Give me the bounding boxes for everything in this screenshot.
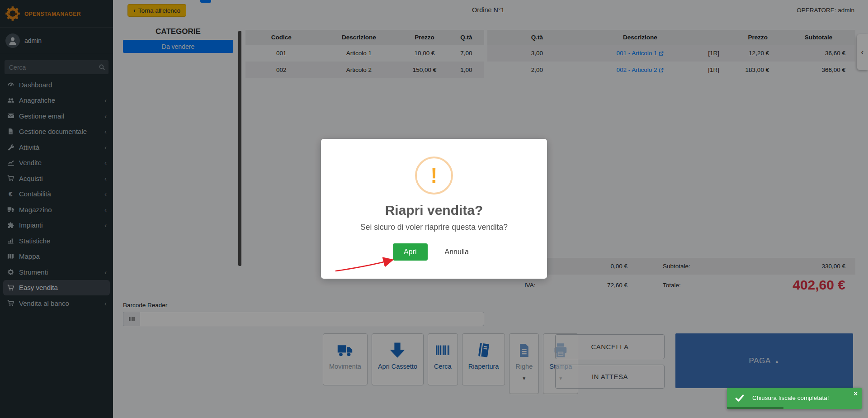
confirm-apri-button[interactable]: Apri [393,243,427,261]
dialog-actions: Apri Annulla [321,243,547,261]
cancel-annulla-button[interactable]: Annulla [439,243,475,261]
warning-icon: ! [415,157,453,195]
toast-progress-bar [727,407,783,409]
check-icon [735,393,745,403]
success-toast[interactable]: Chiusura fiscale completata! × [727,388,862,409]
dialog-message: Sei sicuro di voler riaprire questa vend… [321,223,547,232]
dialog-title: Riapri vendita? [321,203,547,218]
toast-message: Chiusura fiscale completata! [752,394,829,401]
confirm-dialog: ! Riapri vendita? Sei sicuro di voler ri… [321,139,547,279]
toast-close-icon[interactable]: × [854,390,858,397]
